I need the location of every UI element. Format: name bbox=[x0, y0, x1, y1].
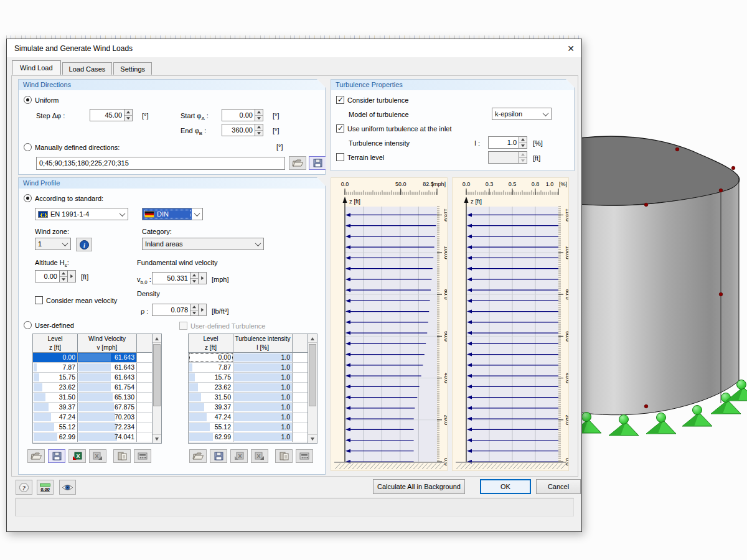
table-cell[interactable]: 15.75 bbox=[33, 373, 78, 382]
table-cell[interactable]: 74.041 bbox=[78, 432, 137, 442]
paste-button[interactable] bbox=[113, 449, 131, 463]
open-file-button[interactable] bbox=[289, 156, 306, 170]
table-cell[interactable] bbox=[293, 353, 308, 362]
uniform-radio[interactable]: Uniform bbox=[24, 96, 59, 104]
level-column-header[interactable]: Levelz [ft] bbox=[33, 334, 78, 352]
table-cell[interactable]: 1.0 bbox=[233, 363, 293, 372]
calculate-all-in-background-button[interactable]: Calculate All in Background bbox=[373, 479, 465, 494]
table-cell[interactable]: 55.12 bbox=[189, 422, 233, 432]
table-cell[interactable]: 72.234 bbox=[78, 422, 137, 432]
save-button[interactable] bbox=[48, 449, 65, 463]
table-cell[interactable] bbox=[137, 373, 152, 382]
tab-load-cases[interactable]: Load Cases bbox=[62, 62, 113, 75]
turbulence-model-select[interactable]: k-epsilon bbox=[492, 108, 552, 120]
table-row[interactable]: 7.871.0 bbox=[189, 363, 308, 373]
table-cell[interactable]: 39.37 bbox=[189, 403, 233, 412]
table-cell[interactable]: 1.0 bbox=[233, 353, 293, 362]
units-settings-button[interactable]: 0.00 bbox=[37, 480, 54, 495]
table-cell[interactable]: 61.643 bbox=[78, 373, 137, 382]
spinner[interactable] bbox=[255, 124, 263, 136]
spinner[interactable] bbox=[60, 270, 68, 282]
category-select[interactable]: Inland areas bbox=[142, 238, 264, 250]
table-cell[interactable]: 7.87 bbox=[33, 363, 78, 372]
table-cell[interactable]: 1.0 bbox=[233, 373, 293, 382]
fundamental-velocity-input[interactable]: 50.331 bbox=[152, 272, 207, 284]
open-button[interactable] bbox=[189, 449, 207, 463]
table-cell[interactable] bbox=[137, 353, 152, 362]
table-cell[interactable]: 23.62 bbox=[33, 383, 78, 392]
terrain-level-checkbox[interactable]: Terrain level bbox=[336, 153, 384, 161]
table-cell[interactable] bbox=[137, 383, 152, 392]
wind-zone-info-button[interactable]: i bbox=[76, 238, 92, 251]
table-cell[interactable]: 0.00 bbox=[189, 353, 233, 362]
table-cell[interactable] bbox=[293, 363, 308, 372]
table-cell[interactable]: 61.754 bbox=[78, 383, 137, 392]
table-row[interactable]: 55.121.0 bbox=[189, 422, 308, 432]
ok-button[interactable]: OK bbox=[480, 479, 531, 494]
standard-select[interactable]: EN 1991-1-4 bbox=[35, 208, 128, 220]
table-row[interactable]: 7.8761.643 bbox=[33, 363, 152, 373]
table-cell[interactable]: 61.643 bbox=[78, 353, 137, 362]
table-cell[interactable]: 1.0 bbox=[233, 422, 293, 432]
table-row[interactable]: 0.0061.643 bbox=[33, 353, 152, 363]
altitude-input[interactable]: 0.00 bbox=[35, 270, 76, 282]
table-cell[interactable]: 1.0 bbox=[233, 393, 293, 402]
step-input[interactable]: 45.00 bbox=[90, 109, 133, 121]
scrollbar-thumb[interactable] bbox=[153, 344, 161, 406]
display-properties-button[interactable] bbox=[59, 480, 76, 495]
manual-directions-input[interactable]: 0;45;90;135;180;225;270;315 bbox=[36, 157, 285, 170]
uniform-turbulence-inlet-checkbox[interactable]: Use uniform turbulence at the inlet bbox=[336, 124, 452, 133]
table-cell[interactable]: 47.24 bbox=[189, 413, 233, 422]
excel-import-button[interactable]: X bbox=[230, 449, 248, 463]
table-row[interactable]: 0.001.0 bbox=[189, 353, 308, 363]
table-row[interactable]: 47.241.0 bbox=[189, 413, 308, 422]
help-button[interactable]: ? bbox=[16, 480, 32, 495]
start-input[interactable]: 0.00 bbox=[222, 109, 263, 121]
table-cell[interactable]: 61.643 bbox=[78, 363, 137, 372]
scrollbar-thumb[interactable] bbox=[309, 344, 316, 406]
table-cell[interactable]: 65.130 bbox=[78, 393, 137, 402]
spinner[interactable] bbox=[519, 136, 527, 149]
tab-wind-load[interactable]: Wind Load bbox=[12, 60, 61, 75]
table-cell[interactable] bbox=[137, 363, 152, 372]
scroll-up-icon[interactable] bbox=[308, 334, 317, 343]
vertical-scrollbar[interactable] bbox=[308, 334, 317, 443]
open-button[interactable] bbox=[27, 449, 45, 463]
save-button[interactable] bbox=[210, 449, 227, 463]
table-row[interactable]: 15.7561.643 bbox=[33, 373, 152, 383]
table-cell[interactable] bbox=[137, 403, 152, 412]
paste-button[interactable] bbox=[275, 449, 293, 463]
table-row[interactable]: 31.5065.130 bbox=[33, 393, 152, 403]
table-cell[interactable]: 55.12 bbox=[33, 422, 78, 432]
table-row[interactable]: 39.371.0 bbox=[189, 403, 308, 413]
end-input[interactable]: 360.00 bbox=[222, 124, 263, 136]
dialog-titlebar[interactable]: Simulate and Generate Wind Loads ✕ bbox=[7, 39, 581, 57]
spinner[interactable] bbox=[190, 304, 199, 316]
calculator-button[interactable] bbox=[296, 449, 313, 463]
spinner[interactable] bbox=[255, 109, 263, 121]
table-row[interactable]: 31.501.0 bbox=[189, 393, 308, 403]
table-row[interactable]: 62.991.0 bbox=[189, 432, 308, 442]
detail-arrow-button[interactable] bbox=[199, 272, 207, 284]
table-cell[interactable]: 39.37 bbox=[33, 403, 78, 412]
table-cell[interactable]: 23.62 bbox=[189, 383, 233, 392]
turbulence-intensity-input[interactable]: 1.0 bbox=[488, 136, 527, 149]
table-cell[interactable] bbox=[293, 422, 308, 432]
tab-settings[interactable]: Settings bbox=[113, 62, 152, 75]
scroll-up-icon[interactable] bbox=[153, 334, 161, 343]
table-row[interactable]: 62.9974.041 bbox=[33, 432, 152, 442]
table-cell[interactable]: 7.87 bbox=[189, 363, 233, 372]
according-to-standard-radio[interactable]: According to standard: bbox=[24, 194, 103, 202]
table-row[interactable]: 55.1272.234 bbox=[33, 422, 152, 432]
spinner[interactable] bbox=[190, 272, 199, 284]
excel-import-button[interactable]: X bbox=[68, 449, 86, 463]
table-cell[interactable] bbox=[137, 393, 152, 402]
table-cell[interactable] bbox=[293, 393, 308, 402]
table-cell[interactable] bbox=[137, 422, 152, 432]
wind-zone-select[interactable]: 1 bbox=[35, 238, 71, 250]
detail-arrow-button[interactable] bbox=[68, 270, 76, 282]
wind-velocity-column-header[interactable]: Wind Velocityv [mph] bbox=[78, 334, 137, 352]
table-cell[interactable]: 47.24 bbox=[33, 413, 78, 422]
consider-turbulence-checkbox[interactable]: Consider turbulence bbox=[336, 96, 408, 104]
save-file-button[interactable] bbox=[309, 156, 326, 170]
